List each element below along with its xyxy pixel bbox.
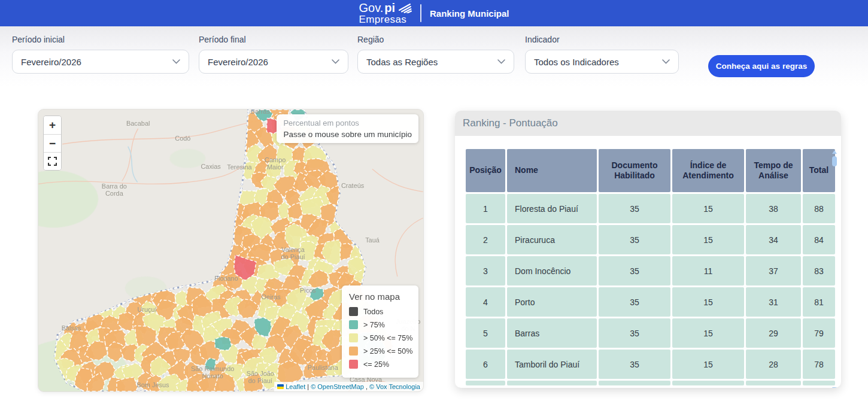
zoom-in-button[interactable]: + <box>44 116 61 134</box>
tooltip-title: Percentual em pontos <box>283 119 412 127</box>
table-cell: 15 <box>672 350 744 379</box>
svg-text:Oeiras: Oeiras <box>262 293 281 300</box>
table-cell: 84 <box>803 225 835 254</box>
scrollbar-thumb[interactable] <box>832 156 837 166</box>
svg-text:Valençado Piauí: Valençado Piauí <box>281 246 305 260</box>
osm-link[interactable]: © OpenStreetMap <box>311 383 364 390</box>
region-value: Todas as Regiões <box>366 57 438 67</box>
svg-text:Uruçuí: Uruçuí <box>137 306 156 313</box>
leaflet-link[interactable]: Leaflet <box>286 383 305 390</box>
table-cell: 37 <box>746 256 801 285</box>
svg-text:Teresina: Teresina <box>227 163 252 171</box>
period-start-label: Período inicial <box>12 35 189 44</box>
column-header-posicao: Posição <box>466 149 505 192</box>
period-end-select[interactable]: Fevereiro/2026 <box>199 50 348 74</box>
logo-gov-text: Gov. <box>359 2 383 14</box>
table-cell: 83 <box>803 256 835 285</box>
table-cell: 35 <box>599 225 670 254</box>
table-cell: 79 <box>803 318 835 348</box>
column-header-total: Total <box>803 149 835 192</box>
table-cell: 4 <box>466 287 505 317</box>
column-header-nome: Nome <box>507 149 597 192</box>
table-cell: 78 <box>803 350 835 379</box>
table-cell: 35 <box>599 350 670 379</box>
svg-text:CampoMaior: CampoMaior <box>265 156 286 171</box>
table-cell: Barras <box>507 318 597 348</box>
ranking-panel: Ranking - Pontuação Posição Nome Documen… <box>455 111 841 388</box>
period-start-select[interactable]: Fevereiro/2026 <box>12 50 189 74</box>
legend-swatch <box>349 307 358 316</box>
ranking-title: Ranking - Pontuação <box>463 117 558 129</box>
app-header: Gov.pi Empresas Ranking Municipal <box>0 0 868 26</box>
legend-swatch <box>349 320 358 329</box>
map-controls: + − <box>43 116 62 171</box>
svg-text:Balsas: Balsas <box>62 324 81 332</box>
tooltip-hint: Passe o mouse sobre um município <box>283 130 412 139</box>
table-cell: 38 <box>746 194 801 223</box>
scroll-up-icon[interactable] <box>832 150 837 154</box>
svg-text:Barras: Barras <box>251 110 271 115</box>
legend-item-gt75[interactable]: > 75% <box>349 320 411 329</box>
svg-text:Paulistana: Paulistana <box>308 364 339 371</box>
map-attribution: Leaflet | © OpenStreetMap, © Vox Tecnolo… <box>274 382 423 391</box>
logo-empresas-text: Empresas <box>359 14 412 25</box>
legend-item-50-75[interactable]: > 50% <= 75% <box>349 333 411 342</box>
legend-title: Ver no mapa <box>349 291 411 302</box>
attribution-comma: , <box>366 383 368 390</box>
ranking-table: Posição Nome Documento Habilitado Índice… <box>455 136 841 385</box>
period-end-label: Período final <box>199 35 348 44</box>
govpi-logo[interactable]: Gov.pi Empresas <box>359 2 412 25</box>
fullscreen-icon <box>48 157 57 166</box>
table-cell: 35 <box>599 287 670 317</box>
legend-item-25-50[interactable]: > 25% <= 50% <box>349 347 411 356</box>
table-scrollbar[interactable] <box>831 150 837 388</box>
ranking-title-bar: Ranking - Pontuação <box>455 111 841 136</box>
page-title: Ranking Municipal <box>430 8 509 19</box>
ranking-table-body: 1Floresta do Piauí351538882Piracuruca351… <box>466 194 835 379</box>
legend-swatch <box>349 347 358 356</box>
legend-swatch <box>349 333 358 342</box>
piaui-flag-icon <box>397 2 412 13</box>
table-cell: 35 <box>599 318 670 348</box>
page: Gov.pi Empresas Ranking Municipal Períod… <box>0 0 868 404</box>
rules-button[interactable]: Conheça aqui as regras <box>708 55 815 77</box>
chevron-down-icon <box>332 59 339 64</box>
svg-text:Barra doCorda: Barra doCorda <box>102 183 127 197</box>
table-cell: 15 <box>672 287 744 317</box>
zoom-out-button[interactable]: − <box>44 134 61 152</box>
indicator-value: Todos os Indicadores <box>534 57 619 67</box>
filters-bar: Período inicial Fevereiro/2026 Período f… <box>0 26 868 92</box>
table-cell: 28 <box>746 350 801 379</box>
chevron-down-icon <box>662 59 670 64</box>
vox-link[interactable]: © Vox Tecnologia <box>369 383 420 390</box>
table-cell: Porto <box>507 287 597 317</box>
table-cell: 1 <box>466 194 505 223</box>
svg-text:Crateús: Crateús <box>341 182 365 189</box>
scroll-down-icon[interactable] <box>832 387 837 388</box>
table-cell: 35 <box>599 194 670 223</box>
period-end-value: Fevereiro/2026 <box>208 57 268 67</box>
fullscreen-button[interactable] <box>44 152 61 170</box>
attribution-separator: | <box>307 383 309 390</box>
table-cell: 15 <box>672 318 744 348</box>
svg-text:Floriano: Floriano <box>214 275 238 282</box>
region-select[interactable]: Todas as Regiões <box>357 50 514 74</box>
legend-item-lte25[interactable]: <= 25% <box>349 360 411 369</box>
svg-text:Picos: Picos <box>300 287 316 294</box>
region-label: Região <box>357 35 514 44</box>
svg-text:Codó: Codó <box>175 135 190 142</box>
indicator-select[interactable]: Todos os Indicadores <box>525 50 679 74</box>
table-cell: 6 <box>466 350 505 379</box>
table-cell: 3 <box>466 256 505 285</box>
table-cell: 5 <box>466 318 505 348</box>
table-cell: Tamboril do Piauí <box>507 350 597 379</box>
partial-next-row <box>466 381 835 385</box>
table-cell: 81 <box>803 287 835 317</box>
svg-text:Bom Jesus: Bom Jesus <box>136 381 169 388</box>
chevron-down-icon <box>497 59 505 64</box>
table-cell: 35 <box>599 256 670 285</box>
legend-item-todos[interactable]: Todos <box>349 307 411 316</box>
indicator-label: Indicador <box>525 35 679 44</box>
table-cell: Dom Inocêncio <box>507 256 597 285</box>
table-cell: 29 <box>746 318 801 348</box>
